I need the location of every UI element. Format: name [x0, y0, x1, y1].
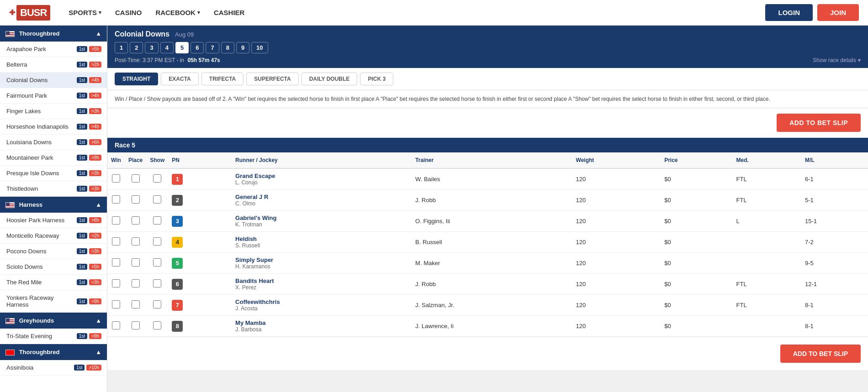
sidebar-item[interactable]: Hoosier Park Harness 1st >8h [0, 213, 107, 228]
show-checkbox-cell[interactable] [146, 168, 168, 190]
sidebar-item[interactable]: Arapahoe Park 1st >5h [0, 42, 107, 57]
sidebar-item[interactable]: Tri-State Evening 1st >9h [0, 329, 107, 344]
win-checkbox-cell[interactable] [107, 253, 125, 274]
show-checkbox-cell[interactable] [146, 232, 168, 253]
win-checkbox-cell[interactable] [107, 295, 125, 316]
race-number-button[interactable]: 8 [221, 42, 234, 53]
win-checkbox-cell[interactable] [107, 168, 125, 190]
win-checkbox-cell[interactable] [107, 316, 125, 337]
sidebar-item[interactable]: Thistledown 1st >3h [0, 181, 107, 197]
race-number-button[interactable]: 6 [191, 42, 204, 53]
win-checkbox[interactable] [112, 174, 120, 183]
win-checkbox[interactable] [112, 279, 120, 287]
place-checkbox[interactable] [132, 216, 140, 225]
race-table-header-row: Win Place Show PN Runner / Jockey Traine… [107, 152, 868, 168]
win-checkbox-cell[interactable] [107, 190, 125, 211]
race-number-button[interactable]: 5 [175, 42, 189, 53]
place-checkbox-cell[interactable] [125, 295, 146, 316]
nav-casino[interactable]: CASINO [115, 9, 142, 16]
sidebar-item[interactable]: Louisiana Downs 1st >6h [0, 135, 107, 150]
add-to-bet-slip-bottom-button[interactable]: ADD TO BET SLIP [780, 345, 861, 363]
show-checkbox-cell[interactable] [146, 295, 168, 316]
sidebar-section-harness[interactable]: Harness ▲ [0, 197, 107, 213]
show-race-details-button[interactable]: Show race details ▾ [813, 57, 861, 63]
sidebar-section-greyhounds[interactable]: Greyhounds ▲ [0, 313, 107, 329]
place-checkbox-cell[interactable] [125, 274, 146, 295]
win-checkbox-cell[interactable] [107, 232, 125, 253]
win-checkbox[interactable] [112, 258, 120, 267]
win-checkbox[interactable] [112, 216, 120, 225]
race-number-button[interactable]: 7 [206, 42, 219, 53]
show-checkbox[interactable] [153, 195, 161, 204]
login-button[interactable]: LOGIN [765, 4, 813, 21]
place-checkbox[interactable] [132, 237, 140, 246]
bet-type-tab[interactable]: TRIFECTA [201, 73, 243, 85]
place-checkbox-cell[interactable] [125, 211, 146, 232]
col-trainer: Trainer [412, 152, 572, 168]
show-checkbox-cell[interactable] [146, 190, 168, 211]
show-checkbox[interactable] [153, 279, 161, 287]
sidebar-item[interactable]: Fairmount Park 1st >4h [0, 88, 107, 104]
sidebar-item[interactable]: Assiniboia 1st >10h [0, 360, 107, 376]
bottom-action-row: ADD TO BET SLIP [107, 337, 868, 370]
nav-sports[interactable]: SPORTS [69, 9, 101, 16]
add-to-bet-slip-top-button[interactable]: ADD TO BET SLIP [777, 114, 861, 132]
join-button[interactable]: JOIN [817, 4, 859, 21]
race-number-button[interactable]: 1 [115, 42, 128, 53]
sidebar-item[interactable]: Belterra 1st >2h [0, 57, 107, 73]
place-checkbox-cell[interactable] [125, 316, 146, 337]
place-checkbox[interactable] [132, 321, 140, 329]
bet-type-tab[interactable]: PICK 3 [360, 73, 393, 85]
sidebar-item[interactable]: Pocono Downs 1st >3h [0, 244, 107, 259]
sidebar-item[interactable]: Colonial Downs 1st >4h [0, 73, 107, 88]
win-checkbox[interactable] [112, 300, 120, 308]
place-checkbox-cell[interactable] [125, 190, 146, 211]
sidebar-item[interactable]: Scioto Downs 1st >5h [0, 259, 107, 275]
race-number-button[interactable]: 3 [145, 42, 158, 53]
bet-type-tab[interactable]: EXACTA [161, 73, 198, 85]
show-checkbox[interactable] [153, 216, 161, 225]
place-checkbox[interactable] [132, 174, 140, 183]
sidebar-section-thoroughbred-us[interactable]: Thoroughbred ▲ [0, 26, 107, 42]
race-number-button[interactable]: 9 [236, 42, 249, 53]
logo-text[interactable]: BUSR [16, 5, 50, 21]
place-checkbox-cell[interactable] [125, 232, 146, 253]
place-checkbox[interactable] [132, 258, 140, 267]
show-checkbox[interactable] [153, 174, 161, 183]
show-checkbox[interactable] [153, 321, 161, 329]
show-checkbox[interactable] [153, 300, 161, 308]
show-checkbox-cell[interactable] [146, 253, 168, 274]
sidebar-item[interactable]: The Red Mile 1st >3h [0, 275, 107, 290]
place-checkbox[interactable] [132, 195, 140, 204]
bet-type-bar: STRAIGHTEXACTATRIFECTASUPERFECTADAILY DO… [107, 68, 868, 90]
place-checkbox[interactable] [132, 300, 140, 308]
win-checkbox-cell[interactable] [107, 211, 125, 232]
sidebar-section-thoroughbred-ca[interactable]: Thoroughbred ▲ [0, 344, 107, 360]
race-number-button[interactable]: 10 [251, 42, 268, 53]
nav-cashier[interactable]: CASHIER [214, 9, 245, 16]
sidebar-item[interactable]: Yonkers Raceway Harness 1st >9h [0, 290, 107, 313]
race-number-button[interactable]: 2 [130, 42, 143, 53]
sidebar-item[interactable]: Mountaineer Park 1st >9h [0, 150, 107, 166]
win-checkbox[interactable] [112, 237, 120, 246]
show-checkbox[interactable] [153, 237, 161, 246]
bet-type-tab[interactable]: DAILY DOUBLE [302, 73, 358, 85]
place-checkbox-cell[interactable] [125, 253, 146, 274]
win-checkbox[interactable] [112, 195, 120, 204]
nav-racebook[interactable]: RACEBOOK [155, 9, 200, 16]
show-checkbox-cell[interactable] [146, 316, 168, 337]
sidebar-item[interactable]: Presque Isle Downs 1st >3h [0, 166, 107, 181]
show-checkbox-cell[interactable] [146, 274, 168, 295]
show-checkbox[interactable] [153, 258, 161, 267]
sidebar-item[interactable]: Finger Lakes 1st >3h [0, 104, 107, 119]
show-checkbox-cell[interactable] [146, 211, 168, 232]
sidebar-item[interactable]: Horseshoe Indianapolis 1st >4h [0, 119, 107, 135]
place-checkbox-cell[interactable] [125, 168, 146, 190]
win-checkbox[interactable] [112, 321, 120, 329]
bet-type-tab[interactable]: SUPERFECTA [246, 73, 298, 85]
bet-type-tab[interactable]: STRAIGHT [115, 73, 158, 85]
place-checkbox[interactable] [132, 279, 140, 287]
win-checkbox-cell[interactable] [107, 274, 125, 295]
race-number-button[interactable]: 4 [160, 42, 174, 53]
sidebar-item[interactable]: Monticello Raceway 1st >2h [0, 228, 107, 244]
